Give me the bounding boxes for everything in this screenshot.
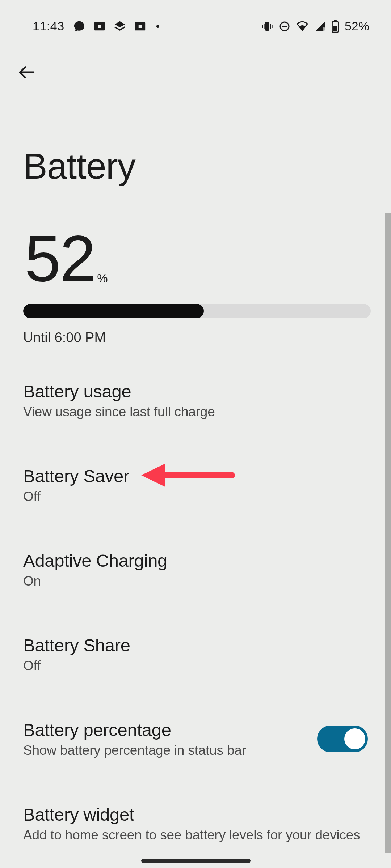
item-battery-percentage[interactable]: Battery percentage Show battery percenta… [0,708,391,770]
item-battery-saver[interactable]: Battery Saver Off [0,454,391,516]
item-subtitle: On [23,574,368,589]
item-battery-widget[interactable]: Battery widget Add to home screen to see… [0,793,391,855]
item-subtitle: Show battery percentage in status bar [23,743,317,758]
status-clock: 11:43 [33,19,64,33]
battery-level: 52 % [25,226,108,291]
status-right-cluster: 52% [261,19,369,33]
status-battery-text: 52% [345,19,369,33]
battery-percentage-toggle[interactable] [317,726,368,752]
svg-rect-16 [333,26,337,31]
svg-rect-5 [264,24,265,29]
battery-estimate: Until 6:00 PM [23,330,106,345]
svg-point-13 [324,27,325,28]
item-title: Battery widget [23,804,368,825]
page-title: Battery [23,145,135,187]
wifi-icon [296,20,308,33]
gesture-nav-bar[interactable] [141,859,251,863]
vibrate-icon [261,21,273,32]
mail-app-icon [93,20,106,33]
arrow-left-icon [18,63,36,81]
more-notifications-dot [156,25,159,28]
battery-level-value: 52 [25,226,95,291]
battery-progress [23,304,371,318]
item-subtitle: Add to home screen to see battery levels… [23,827,368,843]
item-battery-usage[interactable]: Battery usage View usage since last full… [0,370,391,432]
battery-progress-fill [23,304,204,318]
item-subtitle: Off [23,489,368,504]
item-title: Adaptive Charging [23,550,368,571]
svg-rect-12 [324,28,325,30]
status-bar: 11:43 52% [0,0,391,38]
item-battery-share[interactable]: Battery Share Off [0,624,391,686]
chat-bubble-icon [73,20,85,33]
battery-percent-sign: % [97,272,108,291]
item-title: Battery usage [23,381,368,401]
battery-icon [332,20,339,33]
svg-rect-8 [272,25,273,28]
svg-rect-4 [265,22,269,31]
status-left-cluster: 11:43 [33,19,159,33]
scroll-indicator [385,213,391,853]
svg-rect-1 [98,25,101,28]
signal-icon [314,21,326,32]
svg-rect-3 [138,25,142,28]
item-subtitle: View usage since last full charge [23,404,368,420]
item-adaptive-charging[interactable]: Adaptive Charging On [0,539,391,601]
item-subtitle: Off [23,658,368,673]
back-button[interactable] [15,61,38,84]
dnd-icon [279,21,290,32]
item-title: Battery percentage [23,720,317,740]
item-title: Battery Saver [23,466,368,486]
layers-icon [114,20,126,33]
svg-rect-7 [270,24,271,29]
item-title: Battery Share [23,635,368,655]
mail-sync-icon [134,20,146,33]
settings-list: Battery usage View usage since last full… [0,370,391,868]
toggle-knob [344,728,365,749]
svg-rect-6 [262,25,263,28]
